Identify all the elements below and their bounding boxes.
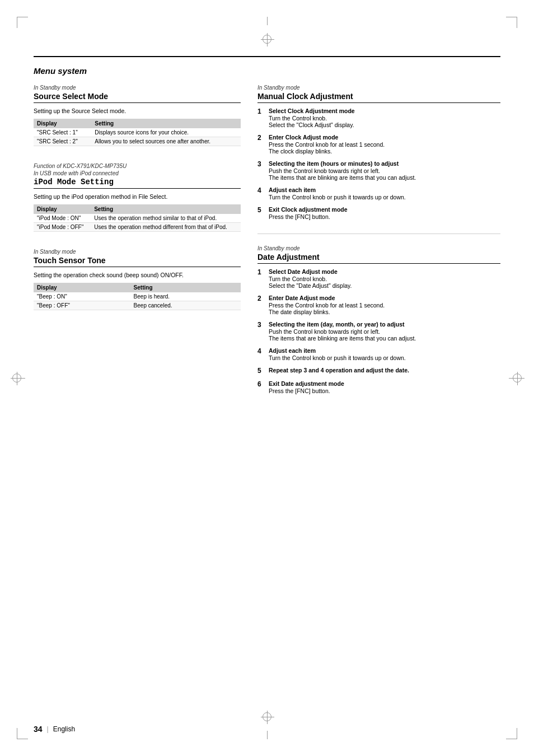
ipod-context1: Function of KDC-X791/KDC-MP735U [34,163,241,169]
step-subtext2: The clock display blinks. [269,148,385,155]
crosshair-left [12,374,21,382]
source-select-section: In Standby mode Source Select Mode Setti… [34,85,241,146]
table-cell: Uses the operation method similar to tha… [91,214,241,223]
manual-clock-steps: 1Select Clock Adjustment modeTurn the Co… [257,108,500,220]
page-footer: 34 | English [34,725,75,734]
crosshair-top [263,35,271,44]
table-cell: Beep is heard. [130,292,241,301]
date-adjustment-context: In Standby mode [257,245,500,251]
two-column-layout: In Standby mode Source Select Mode Setti… [34,85,500,408]
step-subtext1: Press the Control knob for at least 1 se… [269,141,385,148]
source-select-table-head: Display Setting [34,119,241,128]
step-heading: Selecting the item (day, month, or year)… [269,321,416,328]
step-body: Enter Clock Adjust modePress the Control… [269,134,385,155]
step-subtext2: Select the "Clock Adjust" display. [269,122,355,128]
step-subtext1: Press the [FNC] button. [269,388,344,394]
step-body: Repeat step 3 and 4 operation and adjust… [269,367,409,375]
touch-sensor-desc: Setting the operation check sound (beep … [34,272,241,278]
crosshair-bottom [263,712,271,721]
touch-sensor-section: In Standby mode Touch Sensor Tone Settin… [34,249,241,310]
table-row: "Beep : ON"Beep is heard. [34,292,241,301]
step-heading: Enter Date Adjust mode [269,295,385,301]
step-subtext1: Push the Control knob towards right or l… [269,167,416,174]
col-header-display: Display [34,119,91,128]
step-item: 1Select Clock Adjustment modeTurn the Co… [257,108,500,128]
touch-sensor-table: Display Setting "Beep : ON"Beep is heard… [34,283,241,310]
page-title: Menu system [34,66,500,76]
step-number: 2 [257,134,265,155]
step-subtext1: Turn the Control knob. [269,276,352,282]
source-select-desc: Setting up the Source Select mode. [34,108,241,114]
step-item: 3Selecting the item (day, month, or year… [257,321,500,342]
step-item: 4Adjust each itemTurn the Control knob o… [257,186,500,200]
step-body: Exit Clock adjustment modePress the [FNC… [269,206,348,220]
table-cell: Beep canceled. [130,301,241,310]
step-number: 3 [257,160,265,181]
table-header-row: Display Setting [34,204,241,214]
step-body: Selecting the item (hours or minutes) to… [269,160,416,181]
table-row: "iPod Mode : OFF"Uses the operation meth… [34,223,241,232]
step-item: 1Select Date Adjust modeTurn the Control… [257,268,500,289]
step-number: 6 [257,380,265,394]
table-row: "Beep : OFF"Beep canceled. [34,301,241,310]
table-cell: Displays source icons for your choice. [91,128,241,137]
table-cell: Allows you to select sources one after a… [91,137,241,146]
touch-sensor-context: In Standby mode [34,249,241,255]
step-subtext2: The date display blinks. [269,309,385,315]
step-subtext1: Push the Control knob towards right or l… [269,328,416,335]
table-row: "iPod Mode : ON"Uses the operation metho… [34,214,241,223]
center-mark-bottom [267,731,268,739]
step-item: 2Enter Date Adjust modePress the Control… [257,295,500,315]
table-cell: "iPod Mode : ON" [34,214,91,223]
step-number: 4 [257,347,265,361]
step-item: 5Repeat step 3 and 4 operation and adjus… [257,367,500,375]
page-number: 34 [34,725,43,734]
date-adjustment-title: Date Adjustment [257,253,500,264]
step-body: Adjust each itemTurn the Control knob or… [269,186,406,200]
step-subtext2: Select the "Date Adjust" display. [269,282,352,289]
page-separator: | [47,725,49,733]
step-heading: Enter Clock Adjust mode [269,134,385,141]
col-header-setting: Setting [91,119,241,128]
step-item: 6Exit Date adjustment modePress the [FNC… [257,380,500,394]
page-language: English [53,725,75,733]
ipod-mode-table-body: "iPod Mode : ON"Uses the operation metho… [34,214,241,232]
step-item: 2Enter Clock Adjust modePress the Contro… [257,134,500,155]
corner-mark-tr [506,17,517,28]
ipod-mode-section: Function of KDC-X791/KDC-MP735U In USB m… [34,163,241,232]
table-cell: Uses the operation method different from… [91,223,241,232]
ipod-mode-table: Display Setting "iPod Mode : ON"Uses the… [34,204,241,232]
source-select-context: In Standby mode [34,85,241,91]
step-item: 5Exit Clock adjustment modePress the [FN… [257,206,500,220]
ipod-mode-desc: Setting up the iPod operation method in … [34,193,241,200]
step-number: 3 [257,321,265,342]
manual-clock-title: Manual Clock Adjustment [257,92,500,103]
table-cell: "SRC Select : 2" [34,137,91,146]
corner-mark-br [506,728,517,739]
step-heading: Adjust each item [269,347,406,354]
ipod-context2: In USB mode with iPod connected [34,170,241,176]
ipod-table-head: Display Setting [34,204,241,214]
step-subtext1: Press the [FNC] button. [269,213,348,220]
step-heading: Select Date Adjust mode [269,268,352,275]
page-content: Menu system In Standby mode Source Selec… [34,56,500,711]
right-column: In Standby mode Manual Clock Adjustment … [257,85,500,408]
table-row: "SRC Select : 1"Displays source icons fo… [34,128,241,137]
step-heading: Selecting the item (hours or minutes) to… [269,160,416,167]
table-row: "SRC Select : 2"Allows you to select sou… [34,137,241,146]
date-adjustment-steps: 1Select Date Adjust modeTurn the Control… [257,268,500,394]
step-subtext2: The items that are blinking are items th… [269,335,416,342]
date-adjustment-section: In Standby mode Date Adjustment 1Select … [257,245,500,394]
table-cell: "Beep : OFF" [34,301,130,310]
corner-mark-tl [17,17,28,28]
table-header-row: Display Setting [34,119,241,128]
step-body: Select Date Adjust modeTurn the Control … [269,268,352,289]
step-item: 3Selecting the item (hours or minutes) t… [257,160,500,181]
touch-sensor-table-head: Display Setting [34,283,241,292]
step-body: Selecting the item (day, month, or year)… [269,321,416,342]
step-heading: Select Clock Adjustment mode [269,108,355,114]
corner-mark-bl [17,728,28,739]
source-select-table-body: "SRC Select : 1"Displays source icons fo… [34,128,241,146]
table-cell: "iPod Mode : OFF" [34,223,91,232]
step-subtext2: The items that are blinking are items th… [269,174,416,181]
